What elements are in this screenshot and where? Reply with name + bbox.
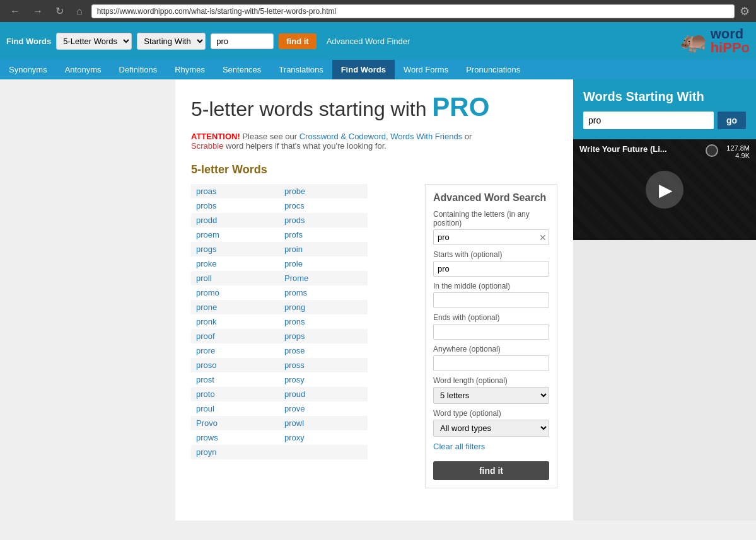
- word-link[interactable]: prowl: [284, 418, 304, 428]
- browser-chrome: ← → ↻ ⌂ https://www.wordhippo.com/what-i…: [0, 0, 756, 22]
- word-link[interactable]: proxy: [284, 433, 305, 442]
- starting-with-select[interactable]: Starting With Ending With Containing: [137, 33, 206, 50]
- clear-filters-link[interactable]: Clear all filters: [433, 442, 549, 451]
- middle-input[interactable]: [433, 292, 549, 308]
- word-link[interactable]: proas: [196, 187, 217, 196]
- word-link[interactable]: proto: [196, 389, 215, 399]
- word-link[interactable]: proof: [196, 331, 215, 341]
- word-link[interactable]: prows: [196, 433, 218, 442]
- word-link[interactable]: props: [284, 331, 305, 341]
- word-cell: prodd: [191, 213, 279, 227]
- word-link[interactable]: probe: [284, 187, 305, 196]
- word-cell: proto: [191, 387, 279, 401]
- containing-clear-button[interactable]: ✕: [539, 233, 547, 243]
- word-link[interactable]: proin: [284, 244, 303, 254]
- word-cell: proof: [191, 329, 279, 343]
- word-cell: Prome: [279, 271, 368, 285]
- forward-button[interactable]: →: [29, 4, 47, 18]
- wwf-link[interactable]: Words With Friends: [390, 132, 462, 141]
- word-cell: prore: [191, 343, 279, 358]
- word-link[interactable]: Prome: [284, 273, 308, 283]
- tab-pronunciations[interactable]: Pronunciations: [457, 60, 529, 79]
- home-button[interactable]: ⌂: [73, 4, 86, 18]
- page-title-highlight: PRO: [432, 92, 489, 122]
- word-link[interactable]: prons: [284, 317, 305, 326]
- word-link[interactable]: progs: [196, 244, 217, 254]
- words-starting-row: go: [583, 112, 746, 129]
- ends-input[interactable]: [433, 324, 549, 340]
- word-link[interactable]: prove: [284, 404, 305, 413]
- anywhere-input[interactable]: [433, 355, 549, 371]
- back-button[interactable]: ←: [6, 4, 24, 18]
- word-link[interactable]: prosy: [284, 375, 305, 384]
- url-bar[interactable]: https://www.wordhippo.com/what-is/starti…: [91, 4, 735, 18]
- search-input[interactable]: [211, 33, 274, 49]
- word-link[interactable]: probs: [196, 201, 217, 210]
- starts-label: Starts with (optional): [433, 250, 549, 259]
- word-link[interactable]: prole: [284, 259, 303, 268]
- word-cell: proke: [191, 256, 279, 271]
- length-select[interactable]: 5 letters Any length 3 letters 4 letters…: [433, 387, 549, 404]
- word-cell: prone: [191, 300, 279, 314]
- word-link[interactable]: prore: [196, 346, 215, 355]
- word-cell: prove: [279, 401, 368, 416]
- logo-text: word hiPPo: [711, 27, 750, 55]
- word-cell: proxy: [279, 430, 368, 445]
- advanced-word-finder-link[interactable]: Advanced Word Finder: [327, 37, 410, 46]
- containing-input[interactable]: [433, 229, 549, 245]
- word-link[interactable]: prong: [284, 302, 305, 312]
- word-link[interactable]: proll: [196, 273, 212, 283]
- word-link[interactable]: pronk: [196, 317, 217, 326]
- word-link[interactable]: proem: [196, 230, 219, 239]
- word-link[interactable]: proud: [284, 389, 305, 399]
- word-link[interactable]: prods: [284, 215, 305, 225]
- tab-word-forms[interactable]: Word Forms: [395, 60, 457, 79]
- video-views: 127.8M: [726, 144, 750, 152]
- words-starting-input[interactable]: [583, 112, 714, 129]
- type-select[interactable]: All word types Nouns only Verbs only Adj…: [433, 420, 549, 437]
- word-link[interactable]: prost: [196, 375, 214, 384]
- word-link[interactable]: proso: [196, 360, 217, 370]
- word-cell: prost: [191, 372, 279, 387]
- video-play-button[interactable]: ▶: [646, 171, 683, 209]
- word-link[interactable]: proms: [284, 288, 307, 297]
- word-link[interactable]: prone: [196, 302, 217, 312]
- find-it-button[interactable]: find it: [279, 33, 316, 49]
- right-sidebar: Words Starting With go Write Your Future…: [573, 79, 756, 520]
- starts-input[interactable]: [433, 261, 549, 277]
- tab-synonyms[interactable]: Synonyms: [0, 60, 56, 79]
- word-link[interactable]: procs: [284, 201, 305, 210]
- tab-antonyms[interactable]: Antonyms: [56, 60, 110, 79]
- video-title: Write Your Future (Li...: [579, 144, 667, 154]
- attention-label: ATTENTION!: [191, 132, 240, 141]
- word-link[interactable]: Provo: [196, 418, 218, 428]
- tab-translations[interactable]: Translations: [270, 60, 332, 79]
- find-words-label: Find Words: [6, 37, 51, 46]
- left-sidebar: [0, 79, 175, 520]
- word-link[interactable]: pross: [284, 360, 305, 370]
- extension-icon[interactable]: ⚙: [740, 4, 750, 18]
- word-link[interactable]: proul: [196, 404, 214, 413]
- crossword-link[interactable]: Crossword & Codeword: [299, 132, 386, 141]
- advanced-find-button[interactable]: find it: [433, 461, 549, 480]
- word-link[interactable]: proke: [196, 259, 217, 268]
- word-cell: promo: [191, 285, 279, 300]
- word-link[interactable]: promo: [196, 288, 219, 297]
- tab-definitions[interactable]: Definitions: [110, 60, 166, 79]
- tab-sentences[interactable]: Sentences: [214, 60, 270, 79]
- containing-row: ✕: [433, 229, 549, 245]
- word-link[interactable]: prose: [284, 346, 305, 355]
- word-link[interactable]: prodd: [196, 215, 217, 225]
- section-title: 5-letter Words: [191, 163, 557, 176]
- words-starting-go-button[interactable]: go: [718, 112, 746, 129]
- tab-rhymes[interactable]: Rhymes: [166, 60, 214, 79]
- word-link[interactable]: proyn: [196, 447, 217, 457]
- word-link[interactable]: profs: [284, 230, 303, 239]
- word-cell: pronk: [191, 314, 279, 329]
- words-layout: proasprobeprobsprocsproddprodsproemprofs…: [191, 184, 557, 488]
- scrabble-link[interactable]: Scrabble: [191, 141, 223, 151]
- tab-find-words[interactable]: Find Words: [332, 60, 395, 79]
- letter-select[interactable]: 5-Letter Words 6-Letter Words 7-Letter W…: [56, 33, 132, 50]
- refresh-button[interactable]: ↻: [52, 4, 67, 18]
- words-grid: proasprobeprobsprocsproddprodsproemprofs…: [191, 184, 419, 459]
